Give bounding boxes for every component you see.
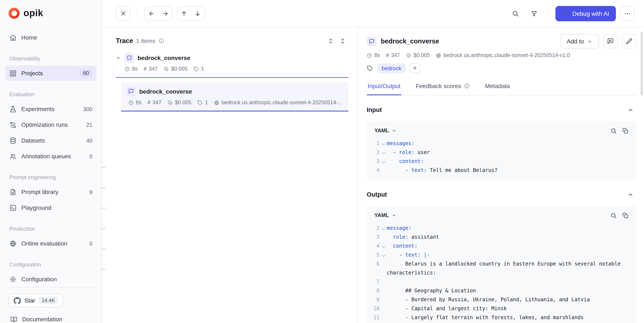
info-icon[interactable] (464, 83, 470, 89)
llm-span-icon (126, 86, 136, 96)
filter-button[interactable] (527, 6, 541, 21)
fold-chevron-icon[interactable] (380, 224, 387, 233)
fold-chevron-icon[interactable] (380, 242, 387, 251)
database-icon (9, 137, 16, 144)
chevron-down-icon[interactable] (116, 55, 121, 60)
tab-input-output[interactable]: Input/Output (367, 82, 401, 95)
tag-icon (367, 65, 373, 71)
format-label: YAML (374, 128, 389, 134)
tab-feedback-scores[interactable]: Feedback scores (415, 82, 470, 95)
sidebar-item-documentation[interactable]: Documentation (6, 312, 96, 323)
tab-label: Feedback scores (416, 82, 461, 89)
format-label: YAML (374, 212, 389, 218)
code-text: message: (387, 224, 630, 233)
github-star-button[interactable]: Star 14.4K (8, 294, 63, 307)
token-count-badge: 347 (147, 100, 162, 105)
output-code-toolbar: YAML (368, 208, 635, 223)
edit-button[interactable] (622, 34, 636, 48)
book-icon (10, 316, 18, 323)
sparkles-icon (562, 10, 569, 17)
info-icon[interactable] (158, 38, 164, 44)
fold-chevron-icon[interactable] (380, 157, 387, 166)
output-section-title: Output (367, 191, 387, 198)
sidebar-item-playground[interactable]: Playground (5, 200, 97, 215)
sidebar-item-annotation-queues[interactable]: Annotation queues 0 (5, 149, 97, 164)
tag-icon (198, 100, 203, 105)
model-badge: bedrock us.anthropic.claude-sonnet-4-202… (436, 52, 570, 58)
search-in-code-button[interactable] (607, 209, 619, 221)
sidebar-item-prompt-library[interactable]: Prompt library 9 (5, 184, 97, 200)
expand-all-button[interactable] (324, 35, 336, 47)
trace-root-row[interactable]: bedrock_converse 8s 347 $0 (116, 52, 348, 78)
tag-count-badge: 1 (194, 66, 204, 72)
fold-chevron-icon[interactable] (380, 148, 387, 157)
span-title-row: bedrock_converse (126, 86, 343, 96)
tag-icon (194, 66, 199, 72)
copy-code-button[interactable] (619, 209, 631, 221)
search-in-code-button[interactable] (607, 125, 619, 137)
copy-code-button[interactable] (619, 125, 631, 137)
sidebar-item-experiments[interactable]: Experiments 300 (5, 101, 97, 117)
line-number: 3 (371, 233, 380, 242)
model-value: bedrock us.anthropic.claude-sonnet-4-202… (444, 52, 570, 58)
sidebar-item-label: Playground (21, 204, 92, 211)
collapse-output-button[interactable] (624, 189, 636, 200)
trace-root-meta: 8s 347 $0.005 1 (124, 66, 348, 72)
more-options-button[interactable] (620, 6, 635, 21)
tag-row: bedrock (367, 63, 636, 73)
collapse-all-button[interactable] (336, 35, 348, 47)
hash-icon (144, 66, 146, 72)
span-detail-panel: bedrock_converse Add to (358, 27, 644, 323)
span-row-selected[interactable]: bedrock_converse 8s 347 $0 (121, 82, 348, 111)
fold-chevron-icon[interactable] (380, 251, 387, 260)
sidebar-item-projects[interactable]: Projects 60 (5, 65, 97, 81)
sidebar-item-configuration[interactable]: Configuration (5, 272, 97, 287)
span-name: bedrock_converse (139, 88, 192, 95)
debug-with-ai-button[interactable]: Debug with AI (555, 6, 616, 21)
code-text: messages: (387, 139, 630, 148)
cost-value: $0.005 (175, 100, 191, 105)
detail-scroll-area[interactable]: Input YAML (367, 95, 636, 323)
fold-spacer (380, 260, 387, 278)
terminal-icon (9, 204, 16, 211)
trace-name: bedrock_converse (138, 54, 190, 61)
tab-metadata[interactable]: Metadata (484, 82, 511, 95)
close-button[interactable] (116, 6, 130, 21)
opik-logo[interactable]: opik (5, 0, 97, 19)
output-format-select[interactable]: YAML (372, 211, 399, 220)
code-line: 5 - text: |- (371, 251, 630, 260)
fold-chevron-icon[interactable] (380, 139, 387, 148)
line-number: 3 (371, 157, 380, 166)
globe-icon (9, 240, 16, 247)
next-trace-button[interactable] (158, 6, 172, 20)
code-line: 9 - Bordered by Russia, Ukraine, Poland,… (371, 295, 630, 304)
collapse-input-button[interactable] (624, 104, 636, 116)
scrollbar-thumb[interactable] (640, 31, 643, 95)
prev-trace-button[interactable] (145, 6, 158, 20)
add-tag-button[interactable] (410, 63, 420, 73)
sidebar-item-datasets[interactable]: Datasets 40 (5, 133, 97, 148)
input-format-select[interactable]: YAML (372, 126, 399, 135)
sidebar-item-count: 0 (90, 153, 92, 159)
tag-count-value: 1 (205, 100, 208, 105)
sidebar-item-count: 40 (86, 137, 92, 144)
sidebar-item-online-evaluation[interactable]: Online evaluation 0 (5, 236, 97, 251)
sidebar-section-production: Production (5, 216, 97, 236)
prev-span-button[interactable] (177, 6, 191, 20)
github-icon (14, 297, 21, 304)
sidebar-item-optimization-runs[interactable]: Optimization runs 21 (5, 117, 97, 132)
tag-count-value: 1 (201, 66, 204, 72)
next-span-button[interactable] (191, 6, 204, 20)
add-to-button[interactable]: Add to (560, 34, 599, 48)
panel-resize-handle[interactable] (102, 0, 106, 323)
sidebar-item-label: Optimization runs (21, 121, 82, 128)
comment-button[interactable] (603, 34, 618, 48)
tag-chip-bedrock[interactable]: bedrock (377, 63, 406, 73)
coins-icon (168, 100, 173, 105)
sidebar-item-home[interactable]: Home (5, 30, 97, 45)
search-button[interactable] (508, 6, 522, 21)
line-number: 9 (371, 295, 380, 304)
line-number: 1 (371, 139, 380, 148)
duration-value: 8s (132, 66, 138, 72)
duration-value: 8s (136, 100, 142, 105)
